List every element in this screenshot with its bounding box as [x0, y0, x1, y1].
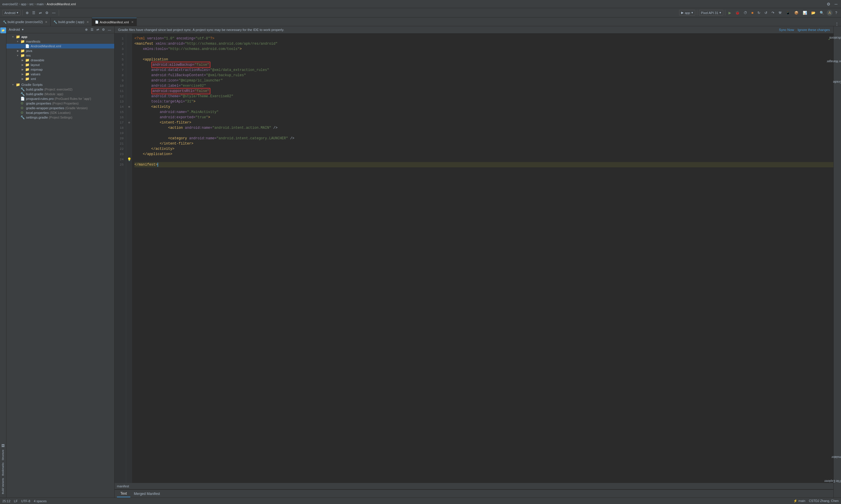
- breadcrumb-manifest: manifest: [117, 484, 129, 488]
- sync-bar: Gradle files have changed since last pro…: [115, 26, 834, 34]
- sync-now-link[interactable]: Sync Now: [779, 28, 794, 32]
- tree-item-manifests[interactable]: ▾ 📁 manifests: [6, 39, 114, 44]
- tree-label-app: app: [21, 35, 27, 38]
- account-btn[interactable]: A: [827, 10, 833, 16]
- sync-btn[interactable]: ⊕: [24, 10, 30, 16]
- sdk-btn[interactable]: 📦: [793, 10, 800, 16]
- tree-label-androidmanifest: AndroidManifest.xml: [31, 44, 61, 48]
- run-config-dropdown[interactable]: ▶ app ▾: [679, 10, 695, 16]
- code-line-5: <application: [135, 57, 834, 62]
- gradle-panel-btn[interactable]: Gradle: [830, 79, 841, 85]
- tree-arrow-app: ▾: [12, 35, 16, 38]
- notifications-panel-btn[interactable]: Notifications: [827, 35, 841, 41]
- tree-item-androidmanifest[interactable]: 📄 AndroidManifest.xml: [6, 44, 114, 49]
- xml-file-icon: 📄: [25, 44, 30, 48]
- device-dropdown[interactable]: Pixel API 31 ▾: [699, 10, 723, 16]
- highlighted-allowbackup: android:allowBackup="false": [151, 61, 210, 68]
- profiler-btn[interactable]: 📊: [801, 10, 809, 16]
- redo-btn[interactable]: ↷: [770, 10, 776, 16]
- tree-item-mipmap[interactable]: ▶ 📁 mipmap: [6, 67, 114, 72]
- device-file-btn[interactable]: 📂: [810, 10, 817, 16]
- tree-arrow-xml: ▶: [22, 77, 25, 80]
- project-tree: ▾ 📁 app ▾ 📁 manifests: [6, 33, 114, 498]
- device-manager-panel-btn[interactable]: Device Manager: [824, 59, 841, 64]
- tab-more-btn[interactable]: ⋮: [833, 22, 841, 26]
- tab-label-0: build.gradle (exercise02): [7, 20, 43, 24]
- left-panel-icons: 📁 🖼 Structure Bookmarks Build Variants: [0, 26, 6, 498]
- tab-close-2[interactable]: ✕: [131, 20, 134, 24]
- gradle-file-icon-proj: 🔧: [20, 87, 25, 91]
- tree-item-settings-gradle[interactable]: 🔧 settings.gradle (Project Settings): [6, 115, 114, 120]
- code-editor[interactable]: 1 2 3 4 5 6 7 8 9 10 11 12 13 14 15 16 1: [115, 34, 834, 483]
- fold-17[interactable]: ⊖: [127, 120, 132, 125]
- tree-item-gradle-wrapper[interactable]: ⚙ gradle-wrapper.properties (Gradle Vers…: [6, 106, 114, 110]
- tree-item-layout[interactable]: ▶ 📁 layout: [6, 62, 114, 67]
- panel-filter-icon[interactable]: ⇌: [95, 28, 100, 32]
- undo-btn[interactable]: ↺: [763, 10, 769, 16]
- tab-close-0[interactable]: ✕: [45, 20, 47, 24]
- project-panel-header: Android ▾ ⊕ ☰ ⇌ ⚙ —: [6, 26, 114, 33]
- tab-text[interactable]: Text: [117, 490, 130, 497]
- android-dropdown[interactable]: Android ▾: [2, 10, 20, 16]
- tree-item-res[interactable]: ▾ 📁 res: [6, 53, 114, 58]
- tree-item-gradle-props[interactable]: ⚙ gradle.properties (Project Properties): [6, 101, 114, 106]
- run-btn[interactable]: ▶: [727, 10, 733, 16]
- project-panel-icon[interactable]: 📁: [0, 28, 6, 33]
- panel-list-icon[interactable]: ☰: [90, 28, 94, 32]
- ignore-changes-link[interactable]: Ignore these changes: [798, 28, 830, 32]
- tab-build-gradle-app[interactable]: 🔧 build.gradle (:app) ✕: [51, 18, 92, 26]
- structure-icon[interactable]: Structure: [1, 450, 5, 461]
- tree-item-proguard[interactable]: 📄 proguard-rules.pro (ProGuard Rules for…: [6, 96, 114, 101]
- build-variants-icon[interactable]: Build Variants: [1, 478, 5, 494]
- tab-label-1: build.gradle (:app): [58, 20, 84, 24]
- search-btn[interactable]: 🔍: [818, 10, 825, 16]
- fold-14[interactable]: ⊖: [127, 104, 132, 109]
- emulator-panel-btn[interactable]: Emulator: [829, 454, 841, 460]
- code-line-4: [135, 52, 834, 57]
- tab-android-manifest[interactable]: 📄 AndroidManifest.xml ✕: [92, 18, 137, 26]
- tree-item-app[interactable]: ▾ 📁 app: [6, 34, 114, 39]
- settings-icon-btn[interactable]: ⚙: [825, 1, 831, 7]
- breadcrumb-part-0: exercise02: [2, 2, 18, 6]
- collapse-btn[interactable]: —: [51, 10, 57, 16]
- tree-item-local-props[interactable]: ⚙ local.properties (SDK Location): [6, 110, 114, 115]
- gradle-file-icon-app: 🔧: [20, 92, 25, 96]
- device-file-explorer-panel-btn[interactable]: Device File Explorer: [822, 478, 841, 484]
- code-content[interactable]: ✓ <?xml version="1.0" encoding="utf-8"?>…: [132, 34, 834, 483]
- tree-item-drawable[interactable]: ▶ 📁 drawable: [6, 58, 114, 62]
- panel-sync-icon[interactable]: ⊕: [84, 28, 89, 32]
- tab-merged-manifest[interactable]: Merged Manifest: [130, 490, 163, 497]
- status-lf: LF: [14, 499, 18, 503]
- status-4spaces: 4 spaces: [34, 499, 47, 503]
- panel-gear-icon[interactable]: ⚙: [101, 28, 106, 32]
- panel-collapse-icon[interactable]: —: [107, 28, 112, 32]
- stop-btn[interactable]: ■: [750, 10, 755, 16]
- profile-btn[interactable]: ⏱: [742, 10, 749, 16]
- tree-arrow-layout: ▶: [22, 64, 25, 66]
- resource-manager-icon[interactable]: 🖼: [1, 444, 5, 447]
- code-line-10: android:label="exercise02": [135, 83, 834, 89]
- tree-item-values[interactable]: ▶ 📁 values: [6, 72, 114, 76]
- tree-item-xml[interactable]: ▶ 📁 xml: [6, 76, 114, 81]
- bookmarks-icon[interactable]: Bookmarks: [1, 463, 5, 476]
- panel-dropdown-icon[interactable]: ▾: [22, 28, 24, 31]
- tree-item-java[interactable]: ▶ 📁 java: [6, 49, 114, 53]
- tree-label-manifests: manifests: [26, 40, 40, 43]
- gear-btn[interactable]: ⚙: [44, 10, 50, 16]
- folder-icon-app: 📁: [16, 35, 20, 39]
- tab-build-gradle-project[interactable]: 🔧 build.gradle (exercise02) ✕: [0, 18, 51, 26]
- tab-close-1[interactable]: ✕: [87, 20, 89, 24]
- tree-item-gradle-scripts[interactable]: ▾ 📁 Gradle Scripts: [6, 82, 114, 87]
- folder-icon-values: 📁: [25, 72, 30, 76]
- help-btn[interactable]: ?: [834, 10, 839, 16]
- minimize-btn[interactable]: ─: [834, 1, 839, 7]
- tree-item-build-gradle-app[interactable]: 🔧 build.gradle (Module :app): [6, 92, 114, 96]
- avd-btn[interactable]: 📱: [784, 10, 792, 16]
- toggle-btn[interactable]: ⇌: [37, 10, 43, 16]
- status-bar: 25:12 LF UTF-8 4 spaces ⚡ main CSTDJ Zha…: [0, 498, 841, 504]
- structure-btn[interactable]: ☰: [31, 10, 37, 16]
- tree-item-build-gradle-proj[interactable]: 🔧 build.gradle (Project: exercise02): [6, 87, 114, 92]
- debug-btn[interactable]: 🐞: [734, 10, 741, 16]
- build-btn[interactable]: ⚒: [777, 10, 783, 16]
- sync2-btn[interactable]: ↻: [756, 10, 762, 16]
